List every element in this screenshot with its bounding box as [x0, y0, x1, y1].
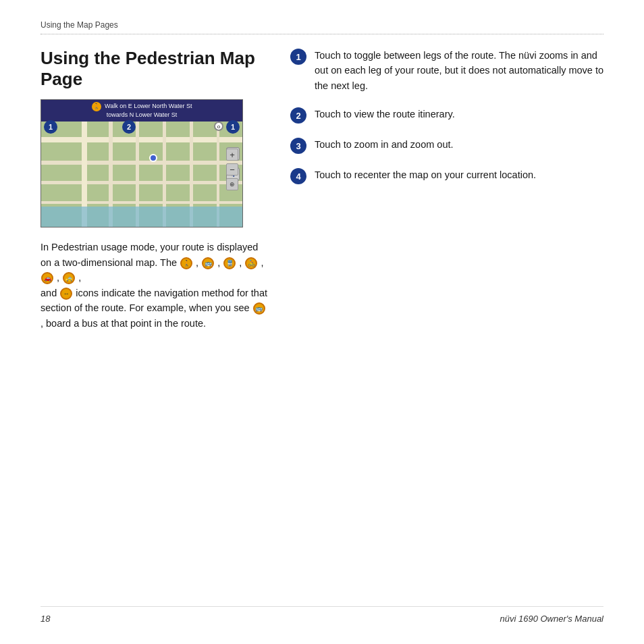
map-zoom-out[interactable]: − [226, 163, 238, 176]
road [41, 181, 242, 184]
page-container: Using the Map Pages Using the Pedestrian… [0, 0, 644, 644]
instructions-list: 1 Touch to toggle between legs of the ro… [290, 48, 603, 184]
bus-icon: 🚌 [202, 257, 214, 269]
road [41, 137, 242, 142]
body-text-3: , board a bus at that point in the route… [41, 318, 206, 329]
list-badge-2: 2 [290, 107, 306, 124]
body-text-comma4: , [261, 257, 263, 268]
body-text-comma1: , [196, 257, 201, 268]
taxi-icon: 🚕 [63, 272, 75, 284]
callout-text-line1: Walk on E Lower North Water St [105, 103, 192, 110]
manual-title: nüvi 1690 Owner's Manual [500, 614, 603, 624]
body-text-comma3: , [239, 257, 244, 268]
body-text-2: icons indicate the navigation method for… [41, 288, 267, 313]
body-paragraph: In Pedestrian usage mode, your route is … [41, 240, 270, 331]
road [41, 201, 242, 204]
map-zoom-in[interactable]: + [226, 149, 238, 161]
transfer-icon: ↔ [60, 288, 72, 300]
list-item-4: 4 Touch to recenter the map on your curr… [290, 167, 603, 184]
map-image: 🚶 Walk on E Lower North Water St towards… [41, 99, 243, 227]
list-text-3: Touch to zoom in and zoom out. [315, 137, 454, 152]
map-recenter-btn[interactable]: ⊕ [226, 178, 238, 190]
list-badge-4: 4 [290, 168, 306, 184]
body-text-comma5: , [57, 272, 62, 283]
walk-icon: 🚶 [180, 257, 192, 269]
list-text-1: Touch to toggle between legs of the rout… [315, 48, 603, 93]
map-callout: 🚶 Walk on E Lower North Water St towards… [41, 100, 242, 122]
section-title: Using the Pedestrian Map Page [41, 48, 270, 90]
content-area: Using the Pedestrian Map Page [41, 48, 603, 331]
list-badge-3: 3 [290, 138, 306, 154]
list-text-4: Touch to recenter the map on your curren… [315, 167, 536, 182]
page-number: 18 [41, 614, 50, 624]
car-icon: 🚗 [41, 272, 53, 284]
callout-icon: 🚶 [92, 102, 101, 111]
bike-icon: 🚴 [245, 257, 257, 269]
breadcrumb: Using the Map Pages [41, 20, 603, 34]
body-text-comma2: , [217, 257, 223, 268]
train-icon: 🚆 [223, 257, 236, 269]
list-item-1: 1 Touch to toggle between legs of the ro… [290, 48, 603, 93]
page-footer: 18 nüvi 1690 Owner's Manual [41, 606, 603, 624]
list-item-3: 3 Touch to zoom in and zoom out. [290, 137, 603, 154]
water-feature [41, 207, 242, 227]
list-text-2: Touch to view the route itinerary. [315, 107, 455, 122]
left-column: Using the Pedestrian Map Page [41, 48, 270, 331]
list-badge-1: 1 [290, 49, 306, 65]
list-item-2: 2 Touch to view the route itinerary. [290, 107, 603, 124]
road [41, 161, 242, 165]
callout-text-line2: towards N Lower Water St [107, 111, 178, 118]
right-column: 1 Touch to toggle between legs of the ro… [290, 48, 603, 331]
bus-example-icon: 🚌 [253, 302, 265, 315]
